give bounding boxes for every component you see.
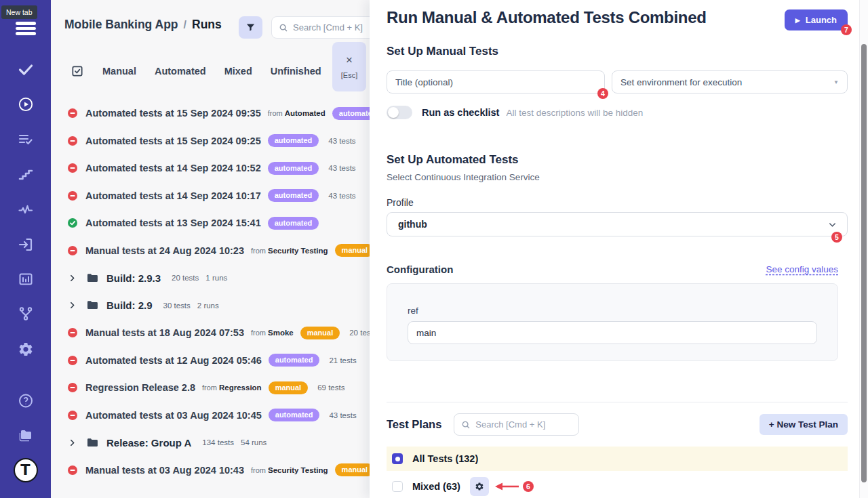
annotation-badge-4: 4 [597,88,608,99]
help-circle-icon[interactable] [18,392,34,409]
run-title: Automated tests at 13 Sep 2024 15:41 [85,217,261,228]
run-type-badge: automated [269,354,320,367]
annotation-badge-5: 5 [831,232,842,243]
run-source: fromSecurity Testing [251,247,328,255]
mixed-checkbox[interactable] [392,481,403,492]
check-icon[interactable] [18,61,34,77]
status-failed-icon [68,191,77,201]
folder-title: Build: 2.9 [106,299,153,311]
select-runs-icon[interactable] [71,64,84,78]
run-type-badge: automated [268,189,319,202]
steps-icon[interactable] [18,166,34,182]
checklist-label: Run as checklist [422,107,499,118]
all-tests-checkbox[interactable] [392,453,403,464]
status-failed-icon [68,246,77,255]
status-failed-icon [68,356,77,365]
run-title: Automated tests at 03 Aug 2024 10:45 [85,410,262,421]
sign-in-icon[interactable] [18,236,34,253]
run-source: fromSmoke [251,329,294,337]
folders-icon[interactable] [18,428,34,444]
chevron-right-icon[interactable] [68,274,77,283]
folder-runs-count: 54 runs [241,438,267,447]
bar-chart-icon[interactable] [18,271,34,287]
esc-hint: [Esc] [341,71,357,79]
test-plans-heading: Test Plans [387,418,441,431]
status-failed-icon [68,411,77,420]
annotation-arrow-icon [494,482,520,491]
run-source: fromRegression [202,383,262,392]
folder-title: Release: Group A [106,437,191,449]
launch-button[interactable]: ▶ Launch 7 [785,9,848,30]
status-failed-icon [68,163,77,173]
close-panel-button[interactable]: × [Esc] [332,42,366,91]
run-tests-count: 43 tests [328,192,355,200]
run-type-badge: manual [300,327,340,339]
search-icon [461,420,471,430]
ref-input[interactable] [408,321,817,344]
folder-tests-count: 20 tests [172,274,199,282]
run-tests-count: 43 tests [328,137,355,145]
drawer-title: Run Manual & Automated Tests Combined [387,8,707,27]
folder-title: Build: 2.9.3 [106,272,161,284]
list-check-icon[interactable] [18,131,34,148]
test-plan-row-all-tests[interactable]: All Tests (132) [387,447,848,471]
run-type-badge: automated [268,217,319,230]
status-failed-icon [68,383,77,392]
run-tests-count: 43 tests [329,411,356,419]
chevron-down-icon [827,220,837,230]
status-failed-icon [68,136,77,146]
run-tests-count: 21 tests [329,356,356,365]
run-as-checklist-toggle[interactable] [387,106,412,119]
launch-drawer: Run Manual & Automated Tests Combined ▶ … [370,0,868,498]
profile-label: Profile [387,197,848,208]
environment-select[interactable]: Set environment for execution ▼ [612,70,848,94]
status-failed-icon [68,108,77,118]
chevron-right-icon[interactable] [68,438,77,447]
folder-icon [86,299,99,312]
gear-icon[interactable] [18,341,34,357]
run-title-input[interactable] [387,70,605,94]
test-plans-search[interactable] [454,413,579,436]
scrollbar-track[interactable] [859,0,868,498]
close-icon: × [346,54,353,66]
chevron-right-icon[interactable] [68,301,77,310]
new-test-plan-button[interactable]: + New Test Plan [760,414,848,435]
tab-unfinished[interactable]: Unfinished [271,66,321,77]
tab-automated[interactable]: Automated [155,66,206,77]
mixed-label: Mixed (63) [412,481,460,492]
folder-icon [86,436,99,449]
run-type-badge: automated [268,134,319,147]
see-config-values-link[interactable]: See config values [766,264,838,274]
git-branch-icon[interactable] [18,306,34,322]
status-failed-icon [68,465,77,475]
sidebar: New tab T [0,0,51,498]
filter-button[interactable] [239,16,262,39]
tab-mixed[interactable]: Mixed [224,66,252,77]
scrollbar-thumb[interactable] [861,44,867,482]
play-icon: ▶ [795,17,800,24]
tab-manual[interactable]: Manual [102,66,136,77]
play-circle-icon[interactable] [18,96,34,112]
status-failed-icon [68,328,77,337]
test-plans-search-input[interactable] [475,419,567,430]
folder-runs-count: 1 runs [205,274,227,282]
project-title[interactable]: Mobile Banking App [64,18,178,32]
runs-search-input[interactable] [293,22,374,33]
run-tests-count: 43 tests [328,164,355,172]
activity-pulse-icon[interactable] [18,201,34,217]
run-title: Automated tests at 14 Sep 2024 10:17 [85,190,261,201]
run-title: Manual tests at 18 Aug 2024 07:53 [85,327,244,338]
folder-icon [86,272,99,285]
configuration-heading: Configuration [387,264,453,275]
test-plan-row-mixed[interactable]: Mixed (63) 6 [387,474,848,498]
app-logo[interactable]: T [14,458,38,482]
annotation-badge-6: 6 [523,481,534,492]
gear-icon [475,482,484,491]
launch-label: Launch [806,15,837,25]
run-type-badge: manual [335,244,375,257]
mixed-settings-button[interactable] [470,477,489,496]
run-title: Manual tests at 24 Aug 2024 10:23 [85,245,244,256]
profile-select[interactable]: github [387,212,848,236]
hamburger-menu-icon[interactable] [18,20,34,37]
automated-tests-heading: Set Up Automated Tests [387,153,848,167]
